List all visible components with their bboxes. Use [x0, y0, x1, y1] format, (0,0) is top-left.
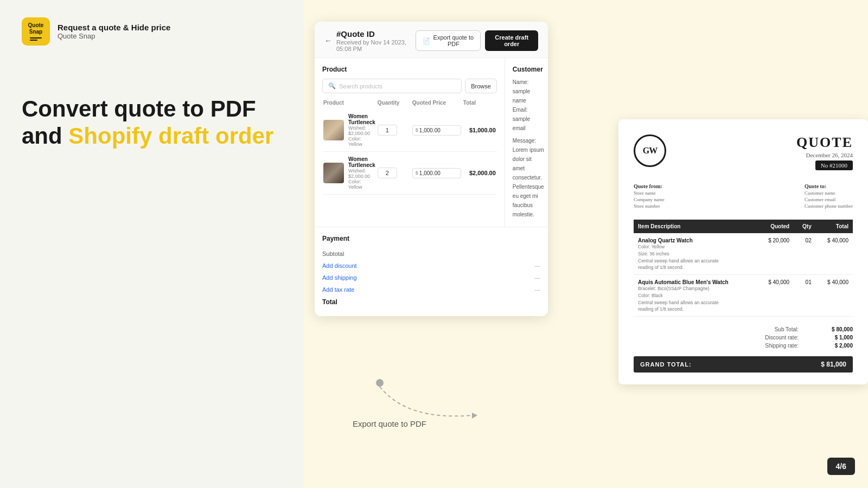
- subtotal-label: Subtotal: [322, 251, 344, 257]
- product-name-1: Women Turtleneck: [348, 113, 375, 125]
- pdf-quote-document: GW QUOTE December 26, 2024 No #21000 Quo…: [618, 119, 868, 384]
- pdf-grand-total: GRAND TOTAL: $ 81,000: [634, 356, 853, 373]
- headline-shopify: Shopify draft order: [68, 123, 273, 149]
- product-info-1: Women Turtleneck Wished: $2,000.00 Color…: [323, 113, 375, 147]
- qty-input-1[interactable]: 1: [378, 125, 397, 136]
- logo-line-2: [30, 40, 37, 41]
- search-input-wrap[interactable]: 🔍 Search products: [322, 79, 462, 93]
- product-section-label: Product: [322, 66, 497, 73]
- svg-marker-1: [472, 413, 477, 419]
- add-discount-link[interactable]: Add discount: [322, 262, 357, 269]
- pdf-totals: Sub Total: $ 80,000 Discount rate: $ 1,0…: [634, 325, 853, 350]
- headline-area: Convert quote to PDF and Shopify draft o…: [0, 63, 304, 166]
- product-details-2: Women Turtleneck Wished: $2,000.00 Color…: [348, 156, 375, 190]
- logo-area: Quote Snap Request a quote & Hide price …: [0, 0, 304, 63]
- payment-section-label: Payment: [322, 235, 540, 242]
- pdf-quote-title: QUOTE December 26, 2024 No #21000: [796, 134, 853, 170]
- pdf-quote-number: No #21000: [815, 160, 853, 170]
- pdf-th-quoted: Quoted: [757, 220, 794, 233]
- back-arrow-icon[interactable]: ←: [324, 36, 332, 45]
- pdf-item-2-name: Aquis Automatic Blue Men's Watch: [638, 279, 752, 285]
- logo-text-line2: Snap: [29, 29, 42, 35]
- tax-dash: —: [534, 286, 540, 293]
- export-pdf-button[interactable]: 📄 Export quote to PDF: [416, 30, 481, 51]
- pdf-discount-label: Discount rate:: [744, 335, 799, 341]
- app-subtitle: Quote Snap: [58, 32, 170, 40]
- pdf-item-1-detail: Color: YellowSize: 36 inchesCentral swee…: [638, 243, 752, 271]
- customer-info: Name: sample name Email: sample email Me…: [513, 78, 544, 219]
- pdf-customer-phone: Customer phone number: [805, 203, 853, 209]
- product-wished-2: Wished: $2,000.00: [348, 168, 375, 179]
- pdf-customer-name: Customer name: [805, 190, 853, 196]
- panel-body: Product 🔍 Search products Browse Product…: [315, 58, 548, 227]
- search-input-placeholder: Search products: [339, 83, 382, 89]
- th-total: Total: [463, 100, 496, 106]
- tax-row: Add tax rate —: [322, 284, 540, 296]
- headline-and: and: [22, 123, 62, 149]
- pdf-item-2-desc: Aquis Automatic Blue Men's Watch Bracele…: [634, 275, 757, 317]
- browse-button[interactable]: Browse: [465, 79, 497, 93]
- svg-point-0: [376, 379, 384, 387]
- export-label: Export quote to PDF: [353, 419, 426, 428]
- pdf-item-2-qty: 01: [794, 275, 816, 317]
- th-quantity: Quantity: [378, 100, 410, 106]
- discount-dash: —: [534, 262, 540, 269]
- quote-to-label: Quote to:: [805, 183, 853, 189]
- pdf-th-total: Total: [816, 220, 853, 233]
- product-thumb-2: [323, 163, 344, 183]
- price-val-1: 1,000.00: [419, 127, 441, 133]
- subtotal-row: Subtotal: [322, 248, 540, 260]
- pdf-logo-text: GW: [643, 146, 657, 156]
- pdf-logo: GW: [634, 134, 666, 167]
- pdf-item-1-quoted: $ 20,000: [757, 233, 794, 275]
- quote-from-label: Quote from:: [634, 183, 665, 189]
- th-product: Product: [323, 100, 375, 106]
- table-row: Aquis Automatic Blue Men's Watch Bracele…: [634, 275, 853, 317]
- logo-info: Request a quote & Hide price Quote Snap: [58, 23, 170, 40]
- add-tax-link[interactable]: Add tax rate: [322, 286, 354, 293]
- payment-section: Payment Subtotal Add discount — Add ship…: [315, 227, 548, 316]
- app-logo: Quote Snap: [22, 17, 50, 46]
- customer-email: Email: sample email: [513, 105, 544, 133]
- table-row: Women Turtleneck Wished: $2,000.00 Color…: [322, 109, 497, 152]
- pdf-item-1-qty: 02: [794, 233, 816, 275]
- create-draft-button[interactable]: Create draft order: [485, 30, 538, 51]
- panel-product-section: Product 🔍 Search products Browse Product…: [315, 58, 505, 227]
- total-val-2: $2,000.00: [463, 170, 496, 176]
- pdf-header: GW QUOTE December 26, 2024 No #21000: [634, 134, 853, 170]
- right-section: ← #Quote ID Received by Nov 14 2023, 05:…: [304, 0, 868, 488]
- app-title: Request a quote & Hide price: [58, 23, 170, 32]
- table-row: Women Turtleneck Wished: $2,000.00 Color…: [322, 152, 497, 195]
- pdf-subtotal-label: Sub Total:: [744, 326, 799, 332]
- th-quoted: Quoted Price: [412, 100, 461, 106]
- pdf-item-2-total: $ 40,000: [816, 275, 853, 317]
- price-currency-2: $: [416, 170, 418, 176]
- panel-customer-section: Customer Name: sample name Email: sample…: [505, 58, 548, 227]
- price-box-2: $ 1,000.00: [412, 168, 461, 178]
- customer-name: Name: sample name: [513, 78, 544, 105]
- pdf-grand-val: $ 81,000: [821, 361, 846, 368]
- pdf-quote-date: December 26, 2024: [796, 152, 853, 158]
- pdf-addresses: Quote from: Store name Company name Stor…: [634, 183, 853, 209]
- qty-input-2[interactable]: 2: [378, 168, 397, 178]
- headline-line2: and Shopify draft order: [22, 123, 282, 150]
- company-name: Company name: [634, 197, 665, 202]
- store-name: Store name: [634, 190, 665, 196]
- panel-header-left: ← #Quote ID Received by Nov 14 2023, 05:…: [324, 29, 416, 52]
- price-box-1: $ 1,000.00: [412, 125, 461, 136]
- export-area: Export quote to PDF: [320, 377, 537, 428]
- search-icon: 🔍: [328, 82, 336, 89]
- add-shipping-link[interactable]: Add shipping: [322, 274, 357, 281]
- discount-row: Discount rate: $ 1,000: [634, 333, 853, 342]
- price-val-2: 1,000.00: [419, 170, 441, 176]
- store-number: Store number: [634, 203, 665, 209]
- panel-header-right: 📄 Export quote to PDF Create draft order: [416, 30, 538, 51]
- headline-line1: Convert quote to PDF: [22, 95, 282, 123]
- discount-row: Add discount —: [322, 260, 540, 272]
- product-thumb-1: [323, 120, 344, 140]
- logo-text-line1: Quote: [28, 23, 44, 28]
- product-table-header: Product Quantity Quoted Price Total: [322, 100, 497, 106]
- quote-panel: ← #Quote ID Received by Nov 14 2023, 05:…: [315, 22, 548, 316]
- pdf-items-table: Item Description Quoted Qty Total Analog…: [634, 220, 853, 317]
- pdf-discount-val: $ 1,000: [820, 335, 853, 341]
